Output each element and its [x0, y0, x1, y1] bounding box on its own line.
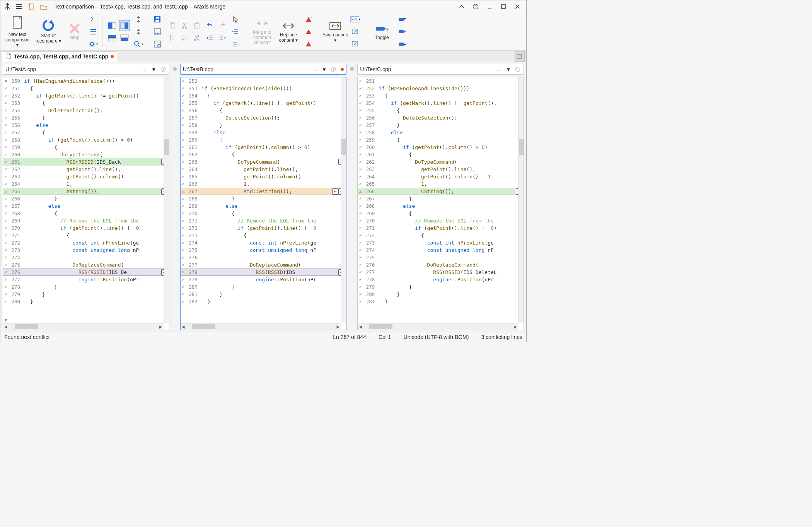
tag-up-icon[interactable]: ▴ [397, 14, 408, 25]
redo-icon[interactable] [217, 20, 228, 31]
gear-icon[interactable]: ▾ [88, 39, 99, 50]
code-line[interactable]: 276 RSS(RSSID(IDS_De→ [3, 269, 169, 276]
tag-down-icon[interactable]: ▾ [397, 39, 408, 50]
pane-a-history-icon[interactable] [160, 66, 167, 73]
code-line[interactable]: 259 else [181, 129, 346, 136]
code-line[interactable]: 255 { [358, 107, 524, 114]
code-line[interactable]: 260 DoTypeCommand( [3, 151, 169, 158]
paste-icon[interactable] [191, 20, 202, 31]
code-line[interactable]: 278 RSS(RSSID(IDS_← [181, 269, 346, 276]
code-line[interactable]: 264 1, [3, 180, 169, 188]
code-line[interactable]: 251 { [3, 85, 169, 92]
code-line[interactable]: 255 if (getMark().line() != getPoint() [181, 99, 346, 107]
copy-icon[interactable] [167, 20, 177, 31]
code-line[interactable]: 279 engine::Position(nPr [181, 276, 346, 283]
pane-a-dropdown-icon[interactable]: ▼ [150, 66, 157, 73]
code-line[interactable]: 266 } [3, 195, 169, 202]
code-line[interactable]: 272 { [358, 232, 524, 239]
code-line[interactable]: 260 { [181, 136, 346, 144]
pane-b-vscrollbar[interactable] [341, 77, 346, 323]
code-line[interactable]: 278 engine::Position(nPr [358, 276, 524, 283]
code-line[interactable]: 254 { [181, 92, 346, 99]
tabbar-menu-button[interactable] [514, 51, 525, 62]
swap-panes-button[interactable]: Swap panes ▾ [322, 14, 348, 49]
code-line[interactable]: 252if (HasEngineAndLines(side())) [358, 85, 524, 92]
code-line[interactable]: 257 } [358, 121, 524, 129]
floppy-config-icon[interactable] [152, 39, 163, 50]
code-line[interactable]: 273 const int nPrevLine(ge [358, 239, 524, 246]
code-line[interactable]: 282 } [181, 298, 346, 305]
layout-split-left-icon[interactable] [107, 20, 118, 31]
code-line[interactable]: 274 const int nPrevLine(ge [181, 239, 346, 246]
code-line[interactable]: 272 if (getPoint().line() != 0 [181, 224, 346, 232]
code-line[interactable]: 263 getPoint().line(), [358, 166, 524, 173]
chevron-up-icon[interactable] [457, 2, 466, 11]
code-line[interactable]: 267 else [3, 202, 169, 210]
pane-b-hscrollbar[interactable]: ◄► [181, 323, 341, 330]
code-line[interactable]: 265 1, [358, 180, 524, 188]
code-line[interactable]: 267 std::wstring());←→ [181, 188, 346, 195]
layout-split-right-icon[interactable] [119, 20, 130, 31]
code-line[interactable]: 256 DeleteSelection(); [358, 114, 524, 121]
code-line[interactable]: 263 DoTypeCommand(← [181, 158, 346, 166]
code-line[interactable]: 257 DeleteSelection(); [181, 114, 346, 121]
pane-c-vscrollbar[interactable] [518, 77, 524, 323]
code-line[interactable]: 254 DeleteSelection(); [3, 107, 169, 114]
pane-c-dropdown-icon[interactable]: ▼ [505, 66, 512, 73]
pane-a-hscrollbar[interactable]: ◄► [3, 323, 164, 330]
code-line[interactable]: 262 { [181, 151, 346, 158]
code-line[interactable]: 255 } [3, 114, 169, 121]
code-line[interactable]: 280 } [3, 298, 169, 305]
conflict-remove-icon[interactable]: - [303, 39, 314, 50]
pane-b-dropdown-icon[interactable]: ▼ [321, 66, 328, 73]
code-line[interactable]: 277 DoReplaceCommand( [181, 261, 346, 269]
cut-icon[interactable] [179, 20, 190, 31]
code-line[interactable]: 269 { [358, 210, 524, 217]
conflict-add-icon[interactable]: + [303, 14, 314, 25]
code-line[interactable]: 264 getPoint().column() - 1 [358, 173, 524, 180]
indent-icon[interactable] [230, 39, 241, 50]
sigma-icon[interactable]: Σ [88, 14, 99, 25]
code-line[interactable]: 253 { [358, 92, 524, 99]
code-line[interactable]: 253if (HasEngineAndLines(side())) [181, 85, 346, 92]
code-line[interactable]: 266 1, [181, 180, 346, 188]
code-line[interactable]: 256 { [181, 107, 346, 114]
start-recompare-button[interactable]: Start or recompare ▾ [35, 14, 61, 49]
code-line[interactable]: 270 // Remove the EOL from the [358, 217, 524, 224]
code-line[interactable]: 252 [181, 77, 346, 85]
xml-badge-icon[interactable]: XML▾ [350, 14, 361, 25]
code-line[interactable]: 275 [358, 254, 524, 261]
cursor-icon[interactable] [230, 14, 241, 25]
pane-c-history-icon[interactable] [514, 66, 521, 73]
code-line[interactable]: 256 else [3, 121, 169, 129]
indent-right-icon[interactable] [217, 33, 228, 43]
pane-a-menu-icon[interactable]: … [142, 67, 147, 72]
code-line[interactable]: 262 DoTypeCommand( [358, 158, 524, 166]
scroll-down-icon[interactable]: ▼ [3, 317, 9, 323]
link-in-icon[interactable] [350, 26, 361, 37]
expand-vertical-icon[interactable] [133, 26, 144, 37]
close-button[interactable] [513, 2, 522, 11]
undo-icon[interactable] [205, 20, 215, 31]
code-line[interactable]: 276 DoReplaceCommand( [358, 261, 524, 269]
code-line[interactable]: 271 { [3, 232, 169, 239]
code-line[interactable]: 279 } [358, 283, 524, 291]
code-line[interactable]: 264 getPoint().line(), [181, 166, 346, 173]
document-tab[interactable]: TestA.cpp, TestB.cpp, and TestC.cpp [2, 51, 118, 62]
collapse-vertical-icon[interactable] [133, 14, 144, 25]
code-line[interactable]: 281 } [358, 298, 524, 305]
sort-asc-icon[interactable] [167, 33, 177, 43]
zoom-dropdown-icon[interactable]: ▾ [133, 39, 144, 50]
code-line[interactable]: 268 else [358, 202, 524, 210]
code-line[interactable]: 273 const unsigned long nP [3, 246, 169, 254]
code-line[interactable]: 258 } [181, 121, 346, 129]
code-line[interactable]: 258 if (getPoint().column() > 0) [3, 136, 169, 144]
code-line[interactable]: 251 [358, 77, 524, 85]
code-line[interactable]: 252 if (getMark().line() != getPoint() [3, 92, 169, 99]
code-line[interactable]: 250if (HasEngineAndLines(side())) [3, 77, 169, 85]
code-line[interactable]: 277 RSS(RSSID(IDS_DeleteL [358, 269, 524, 276]
pane-c-hscrollbar[interactable]: ◄► [358, 323, 518, 330]
code-line[interactable]: 265 Astring());→ [3, 188, 169, 195]
code-line[interactable]: 268 } [181, 195, 346, 202]
outdent-icon[interactable] [230, 26, 241, 37]
